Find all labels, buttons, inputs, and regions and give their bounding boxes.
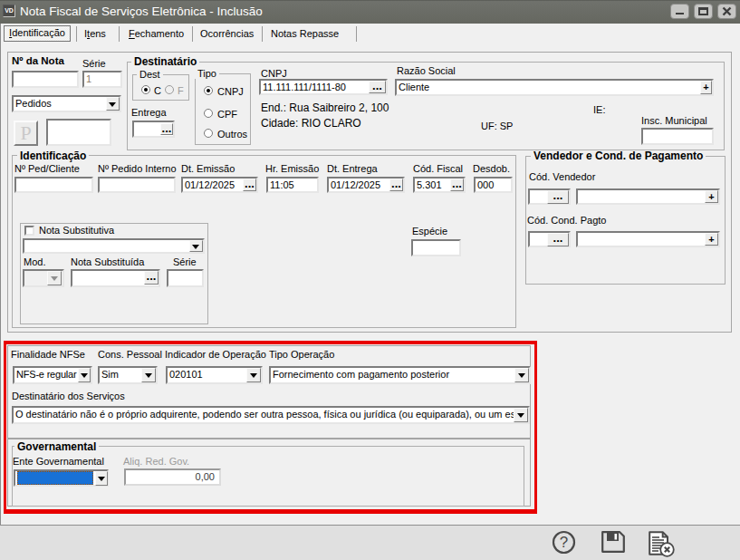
svg-text:?: ? — [560, 534, 568, 551]
